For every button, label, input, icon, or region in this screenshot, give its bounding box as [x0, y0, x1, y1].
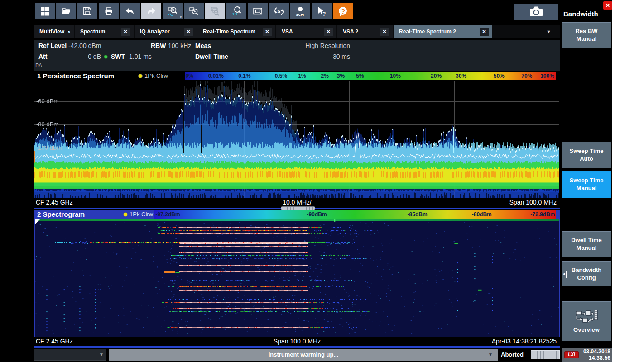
svg-text:SCPI: SCPI — [296, 13, 304, 17]
softkey-sweep-time-manual[interactable]: Sweep Time Manual — [562, 171, 611, 198]
svg-text:S: S — [278, 9, 281, 14]
colorbar-tick-label: 10% — [390, 73, 401, 79]
display-frame-icon — [252, 6, 263, 17]
att-value[interactable]: 0 dB — [74, 53, 101, 60]
tab-multiview[interactable]: MultiView — [34, 25, 74, 38]
persistence-spectrum-header: 1 Persistence Spectrum 1Pk Clrw 0%0.01%0… — [34, 71, 560, 81]
spectrogram-header: 2 Spectrogram 1Pk Clrw -97.2dBm-90dBm-85… — [34, 210, 560, 219]
softkey-panel: ✕ Bandwidth Res BW Manual Sweep Time Aut… — [560, 0, 612, 348]
svg-text:1:1: 1:1 — [232, 12, 238, 16]
colorbar-tick-label: 70% — [521, 73, 532, 79]
zoom-off-icon — [210, 6, 221, 17]
tab-close-button[interactable]: ✕ — [184, 28, 193, 36]
softkey-sweep-time-auto[interactable]: Sweep Time Auto — [562, 142, 611, 168]
persistence-spectrum-footer: CF 2.45 GHz 10.0 MHz/ Span 100.0 MHz — [34, 198, 560, 207]
y-axis-tick-label: -80 dBm — [36, 121, 58, 128]
colorbar-tick-label: 2% — [321, 73, 328, 79]
softkey-label: Config — [577, 274, 596, 282]
colorbar-tick-label: 0.5% — [275, 73, 287, 79]
softkey-overview[interactable]: Overview — [562, 301, 611, 341]
zoom-1-1-icon: 1:1 — [231, 6, 242, 17]
tab-list-dropdown[interactable]: ▼ — [546, 29, 551, 34]
overview-flow-icon — [575, 310, 598, 325]
status-dropdown[interactable]: ▼ — [34, 349, 106, 361]
persistence-spectrum-plot[interactable] — [34, 81, 559, 198]
undo-icon — [125, 6, 135, 17]
sequencer-button[interactable]: S — [269, 3, 289, 19]
zoom-signal-button[interactable]: ▾ — [163, 3, 183, 19]
softkey-label: Manual — [577, 244, 597, 252]
colorbar-tick-label: -80dBm — [472, 211, 492, 218]
undo-button[interactable] — [120, 3, 140, 19]
help-button[interactable]: ? — [333, 3, 353, 19]
tab-real-time-spectrum[interactable]: Real-Time Spectrum ✕ — [197, 25, 275, 38]
camera-icon — [526, 5, 546, 19]
desktop-background — [612, 0, 644, 362]
zoom-one-to-one-button[interactable]: 1:1 — [226, 3, 246, 19]
tab-close-button[interactable]: ✕ — [121, 28, 130, 36]
save-icon — [82, 6, 93, 17]
tab-label: VSA — [282, 29, 293, 35]
tab-close-button[interactable]: ✕ — [380, 28, 389, 36]
colorbar-tick-label: 0% — [186, 73, 193, 79]
display-frame-button[interactable] — [248, 3, 268, 19]
channel-settings-bar: Ref Level -42.00 dBm RBW 100 kHz Meas Hi… — [34, 40, 560, 71]
softkey-menu-title: Bandwidth — [563, 10, 598, 18]
tab-spectrum[interactable]: Spectrum ✕ — [75, 25, 134, 38]
swt-value[interactable]: 1.01 ms — [129, 53, 152, 60]
colorbar-tick-label: 1% — [298, 73, 306, 79]
colorbar-tick-label: 5% — [356, 73, 364, 79]
zoom-window-button[interactable] — [184, 3, 204, 19]
span-readout[interactable]: Span 100.0 MHz — [34, 338, 560, 345]
screenshot-button[interactable] — [514, 4, 558, 20]
ref-level-label: Ref Level — [38, 42, 67, 49]
tab-vsa-2[interactable]: VSA 2 ✕ — [337, 25, 393, 38]
rbw-value[interactable]: 100 kHz — [168, 42, 191, 49]
colorbar-tick-label: -97.2dBm — [156, 211, 180, 218]
context-help-button[interactable]: ? — [312, 3, 332, 19]
softkey-label: Manual — [577, 185, 597, 192]
scpi-recorder-button[interactable]: SCPI — [290, 3, 310, 19]
measurement-progress-bar — [531, 350, 560, 359]
spectrogram-plot[interactable] — [35, 219, 559, 336]
softkey-dwell-time-manual[interactable]: Dwell Time Manual — [562, 231, 611, 257]
amplitude-axis-labels: -60 dBm-80 dBm-100 dBm — [36, 81, 68, 198]
frame-timestamp: Apr-03 14:38:21.82525 — [492, 338, 557, 345]
tab-close-button[interactable]: ✕ — [324, 28, 333, 36]
status-message-bar[interactable]: Instrument warming up... ▼ — [109, 349, 498, 361]
focused-window-marker — [35, 219, 40, 224]
meas-value[interactable]: High Resolution — [269, 42, 350, 49]
colorbar-tick-label: 3% — [337, 73, 345, 79]
redo-icon — [146, 6, 157, 17]
softkey-label: Sweep Time — [570, 148, 604, 155]
windows-icon — [39, 6, 50, 17]
svg-text:?: ? — [341, 7, 345, 14]
softkey-label: Auto — [580, 155, 593, 163]
tab-vsa[interactable]: VSA ✕ — [276, 25, 336, 38]
zoom-signal-dropdown-caret[interactable]: ▾ — [180, 15, 182, 19]
dwell-time-label: Dwell Time — [195, 53, 228, 60]
channel-tab-bar: MultiView Spectrum ✕ IQ Analyzer ✕ Real-… — [34, 25, 560, 38]
softkey-res-bw-manual[interactable]: Res BW Manual — [562, 22, 611, 48]
time-value: 14:38:56 — [583, 355, 610, 361]
softkey-panel-close-button[interactable]: ✕ — [603, 1, 612, 10]
dwell-time-value[interactable]: 30 ms — [288, 53, 350, 60]
tab-close-button[interactable]: ✕ — [480, 28, 489, 36]
print-icon — [103, 6, 114, 17]
multiview-grid-icon — [68, 29, 70, 35]
trace-label[interactable]: 1Pk Clrw — [130, 211, 153, 218]
save-button[interactable] — [77, 3, 97, 19]
open-folder-icon — [61, 6, 72, 17]
tab-label: Real-Time Spectrum — [203, 29, 255, 35]
ref-level-value[interactable]: -42.00 dBm — [68, 42, 101, 49]
trace-label[interactable]: 1Pk Clrw — [144, 72, 168, 79]
colorbar-tick-label: 0.1% — [238, 73, 250, 79]
span-readout[interactable]: Span 100.0 MHz — [509, 199, 557, 206]
tab-iq-analyzer[interactable]: IQ Analyzer ✕ — [135, 25, 197, 38]
tab-close-button[interactable]: ✕ — [263, 28, 272, 36]
tab-real-time-spectrum-2[interactable]: Real-Time Spectrum 2 ✕ — [394, 25, 492, 38]
softkey-bandwidth-config[interactable]: ◂ Bandwidth Config — [562, 261, 611, 286]
windows-menu-button[interactable] — [35, 3, 55, 19]
open-button[interactable] — [56, 3, 76, 19]
print-button[interactable] — [99, 3, 119, 19]
